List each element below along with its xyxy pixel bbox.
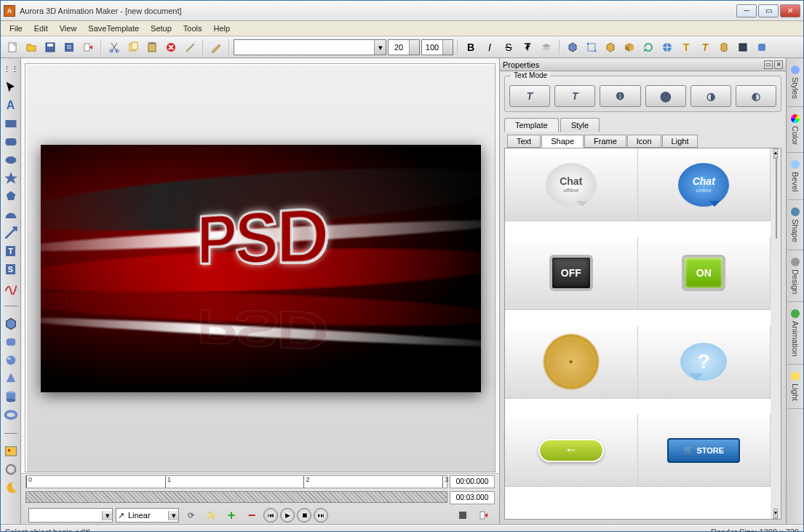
font-input[interactable]	[234, 43, 374, 52]
image-tool[interactable]	[3, 443, 19, 459]
strike-button[interactable]: S	[500, 39, 517, 56]
gallery-scrollbar[interactable]: ▴ ▾	[771, 148, 781, 519]
canvas[interactable]: PSD PSD	[41, 145, 481, 392]
bold-button[interactable]: B	[462, 39, 479, 56]
stop-button[interactable]: ⏹	[297, 508, 311, 523]
timeline-ruler[interactable]: 0 1 2 3	[25, 475, 447, 488]
duration-time[interactable]: 00:03.000	[450, 491, 495, 504]
dropdown-icon[interactable]: ▾	[102, 511, 112, 520]
material-tool[interactable]	[753, 39, 771, 56]
canvas-logo-text[interactable]: PSD	[197, 189, 327, 280]
polygon-tool[interactable]	[3, 188, 19, 205]
shape-help-bubble[interactable]: ?	[638, 326, 771, 399]
menu-file[interactable]: File	[4, 23, 28, 34]
arrow-tool[interactable]	[3, 225, 19, 241]
shape-off-button[interactable]: OFF	[505, 237, 638, 310]
dropdown-icon[interactable]: ▾	[168, 511, 178, 520]
moon-tool[interactable]	[3, 480, 19, 496]
font-dropdown-icon[interactable]: ▾	[374, 40, 386, 55]
tab-template[interactable]: Template	[504, 118, 559, 132]
rtab-design[interactable]: Design	[787, 250, 803, 302]
draw-button[interactable]	[207, 39, 225, 56]
subtab-light[interactable]: Light	[662, 135, 698, 148]
cube-tool[interactable]	[564, 39, 581, 56]
size1-spinner[interactable]	[388, 39, 420, 55]
size1-input[interactable]	[389, 43, 409, 52]
pointer-tool[interactable]	[3, 79, 19, 95]
text3d-tool[interactable]: T	[677, 39, 695, 56]
rect-tool[interactable]	[3, 116, 19, 132]
menu-tools[interactable]: Tools	[178, 23, 208, 34]
copy-button[interactable]	[124, 39, 142, 56]
transform-tool[interactable]	[583, 39, 600, 56]
textmode-4[interactable]: ⬤	[645, 85, 686, 107]
rtab-light[interactable]: Light	[787, 365, 803, 409]
easing-combo[interactable]: ↗▾	[116, 508, 179, 523]
subtab-icon[interactable]: Icon	[627, 135, 661, 148]
new-button[interactable]	[4, 39, 21, 56]
brush-button[interactable]	[181, 39, 199, 56]
open-button[interactable]	[23, 39, 40, 56]
rtab-bevel[interactable]: Bevel	[787, 153, 803, 200]
shape-chat-online[interactable]: Chatonline	[638, 148, 771, 221]
export-anim-button[interactable]	[474, 507, 492, 524]
path-tool[interactable]	[3, 279, 19, 295]
menu-help[interactable]: Help	[208, 23, 236, 34]
ellipse-tool[interactable]	[3, 152, 19, 168]
close-button[interactable]: ✕	[780, 4, 800, 17]
textmode-1[interactable]: T	[509, 85, 550, 107]
torus-tool[interactable]	[3, 407, 19, 423]
maximize-button[interactable]: ▭	[758, 4, 779, 17]
save-button[interactable]	[41, 39, 59, 56]
rtab-shape[interactable]: Shape	[787, 200, 803, 250]
roundcube-tool[interactable]	[3, 334, 19, 350]
menu-setup[interactable]: Setup	[145, 23, 178, 34]
textmode-2[interactable]: T	[554, 85, 595, 107]
menu-savetemplate[interactable]: SaveTemplate	[82, 23, 145, 34]
roundrect-tool[interactable]	[3, 134, 19, 150]
easing-input[interactable]	[126, 511, 168, 520]
shape-chat-offline[interactable]: Chatoffline	[505, 148, 638, 221]
eyedrop-tool[interactable]	[3, 461, 19, 477]
italic-button[interactable]: I	[481, 39, 498, 56]
shape-seal[interactable]: ✦	[505, 326, 638, 399]
subtab-text[interactable]: Text	[507, 135, 541, 148]
rtab-animation[interactable]: Animation	[787, 302, 803, 365]
textmode-3[interactable]: ❶	[600, 85, 640, 107]
loop-button[interactable]: ⟳	[182, 507, 199, 524]
extrude-tool[interactable]	[715, 39, 733, 56]
timeline-track[interactable]	[25, 491, 447, 503]
rtab-styles[interactable]: Styles	[787, 58, 803, 107]
textfx-button[interactable]: ₮	[519, 39, 536, 56]
play-button[interactable]: ▶	[280, 508, 295, 523]
close-panel-icon[interactable]: ✕	[774, 60, 783, 69]
cone-tool[interactable]	[3, 370, 19, 386]
shape-store-button[interactable]: 🛒STORE	[638, 414, 771, 487]
text3d2-tool[interactable]: T	[696, 39, 714, 56]
wand-button[interactable]: ✨	[202, 507, 220, 524]
package-tool[interactable]	[621, 39, 638, 56]
text-tool[interactable]: A	[3, 98, 19, 114]
globe-tool[interactable]	[658, 39, 676, 56]
minimize-button[interactable]: ─	[736, 4, 757, 17]
undock-icon[interactable]: ▭	[764, 60, 773, 69]
canvas-viewport[interactable]: PSD PSD	[25, 64, 495, 472]
fill-tool[interactable]	[734, 39, 752, 56]
arc-tool[interactable]	[3, 207, 19, 223]
size2-step[interactable]	[442, 40, 453, 55]
add-key-button[interactable]: +	[223, 507, 240, 524]
size2-spinner[interactable]	[421, 39, 453, 55]
3dtext-tool[interactable]: T	[3, 243, 19, 259]
object-combo-input[interactable]	[29, 511, 102, 520]
box-tool[interactable]	[602, 39, 619, 56]
last-frame-button[interactable]: ⏭	[314, 508, 328, 523]
current-time[interactable]: 00:00.000	[450, 475, 495, 488]
paste-button[interactable]	[143, 39, 161, 56]
rtab-color[interactable]: Color	[787, 107, 803, 153]
render-button[interactable]	[454, 507, 471, 524]
shape-arrow-pill[interactable]: ←	[505, 414, 638, 487]
textmode-6[interactable]: ◐	[736, 85, 776, 107]
star-tool[interactable]	[3, 170, 19, 186]
cube-shape-tool[interactable]	[3, 316, 19, 332]
3dshape-tool[interactable]: S	[3, 261, 19, 277]
